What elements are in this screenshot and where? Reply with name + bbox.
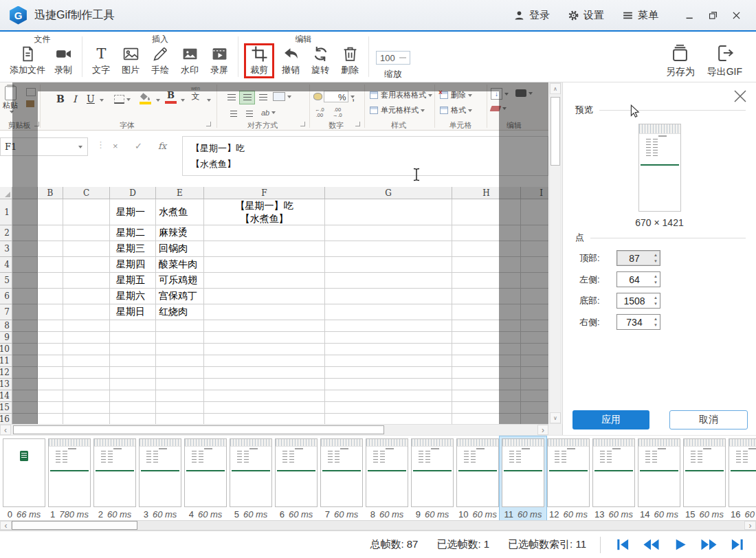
- film-frame-5[interactable]: 560 ms: [230, 438, 272, 520]
- crop-field-input[interactable]: 734: [616, 314, 660, 330]
- toolbar-button-rotate[interactable]: 旋转: [309, 45, 332, 76]
- film-frame-15[interactable]: 1560 ms: [683, 438, 726, 520]
- toolbar-button-undo[interactable]: 撤销: [279, 45, 302, 76]
- toolbar-button-crop[interactable]: 裁剪: [244, 43, 274, 78]
- mini-ribbon: [321, 439, 362, 447]
- login-button[interactable]: 登录: [513, 9, 550, 22]
- crop-field-label: 底部:: [579, 295, 616, 307]
- filmstrip-scrollbar[interactable]: [0, 520, 756, 531]
- settings-button[interactable]: 设置: [568, 9, 604, 22]
- canvas-horizontal-scrollbar[interactable]: [0, 424, 548, 435]
- align-center-icon: [239, 91, 255, 104]
- login-label: 登录: [529, 9, 550, 22]
- mini-ribbon: [729, 439, 756, 447]
- film-frame-9[interactable]: 960 ms: [411, 438, 454, 520]
- column-header: D: [110, 187, 156, 199]
- spin-up-icon[interactable]: [654, 274, 658, 278]
- film-frame-7[interactable]: 760 ms: [320, 438, 363, 520]
- spin-down-icon[interactable]: [654, 302, 658, 306]
- film-frame-6[interactable]: 660 ms: [275, 438, 318, 520]
- cancel-button[interactable]: 取消: [669, 410, 748, 429]
- toolbar-group-label: 编辑: [296, 34, 312, 45]
- grid-cell: [156, 355, 204, 367]
- film-frame-14[interactable]: 1460 ms: [638, 438, 680, 520]
- filmstrip-scroll-thumb[interactable]: [12, 521, 137, 530]
- frame-label: 1660 ms: [729, 509, 756, 520]
- canvas-vertical-scrollbar[interactable]: [549, 82, 562, 424]
- film-frame-8[interactable]: 860 ms: [366, 438, 408, 520]
- grid-cell: [63, 332, 110, 344]
- caret-down-icon: [156, 99, 160, 102]
- mini-sheet-line: [232, 470, 270, 471]
- menu-button[interactable]: 菜单: [622, 9, 658, 22]
- first-frame-button[interactable]: [614, 537, 631, 553]
- grid-cell: 星期二: [110, 225, 156, 241]
- film-frame-11[interactable]: 1160 ms: [502, 438, 544, 520]
- spin-up-icon[interactable]: [654, 317, 658, 321]
- spin-down-icon[interactable]: [654, 280, 658, 284]
- grid-row: 10: [0, 344, 548, 355]
- spin-down-icon[interactable]: [654, 323, 658, 327]
- film-frame-3[interactable]: 360 ms: [139, 438, 181, 520]
- scroll-left-icon[interactable]: [0, 521, 12, 530]
- vertical-scroll-thumb[interactable]: [551, 97, 560, 166]
- spin-up-icon[interactable]: [654, 253, 658, 257]
- film-frame-0[interactable]: 066 ms: [3, 438, 45, 520]
- grid-cell: [156, 390, 204, 402]
- toolbar-button-text[interactable]: T文字: [89, 45, 113, 76]
- play-button[interactable]: [671, 537, 689, 553]
- toolbar-button-delete[interactable]: 删除: [338, 45, 362, 76]
- toolbar-button-draw[interactable]: 手绘: [148, 45, 172, 76]
- toolbar-button-image[interactable]: 图片: [119, 45, 142, 76]
- save-as-button[interactable]: 另存为: [666, 43, 695, 82]
- comma-style-icon: ,: [352, 91, 355, 102]
- crop-field-row: 底部:1508: [563, 290, 756, 311]
- close-button[interactable]: [727, 6, 745, 24]
- previous-frame-button[interactable]: [643, 537, 660, 553]
- maximize-button[interactable]: [704, 6, 722, 24]
- editor-canvas[interactable]: 粘贴 剪贴板 B I U B: [0, 82, 562, 435]
- film-frame-2[interactable]: 260 ms: [93, 438, 136, 520]
- grid-cell: [325, 320, 452, 332]
- grid-cell: [325, 332, 452, 344]
- zoom-input[interactable]: 100: [376, 51, 410, 65]
- last-frame-button[interactable]: [729, 537, 746, 553]
- spin-down-icon[interactable]: [654, 259, 658, 263]
- apply-button[interactable]: 应用: [572, 410, 649, 429]
- film-frame-1[interactable]: 1780 ms: [48, 438, 91, 520]
- film-frame-10[interactable]: 1060 ms: [456, 438, 499, 520]
- mini-sheet-line: [640, 470, 678, 471]
- crop-field-input[interactable]: 1508: [616, 293, 660, 309]
- mini-text-column: [153, 451, 158, 465]
- toolbar-button-add-file[interactable]: 添加文件: [10, 45, 45, 76]
- export-gif-button[interactable]: 导出GIF: [707, 43, 742, 82]
- merge-cells-icon: [273, 92, 291, 101]
- scroll-down-icon[interactable]: [550, 412, 561, 423]
- toolbar-button-watermark[interactable]: 水印: [178, 45, 201, 76]
- crop-field-input[interactable]: 87: [616, 250, 660, 266]
- next-frame-button[interactable]: [700, 537, 718, 553]
- film-frame-4[interactable]: 460 ms: [184, 438, 227, 520]
- mini-sheet-line: [322, 470, 361, 471]
- scroll-right-icon[interactable]: [744, 521, 756, 530]
- minimize-button[interactable]: [680, 6, 698, 24]
- film-frame-16[interactable]: 1660 ms: [729, 438, 756, 520]
- film-frame-12[interactable]: 1260 ms: [547, 438, 590, 520]
- toolbar-button-screen-record[interactable]: 录屏: [208, 45, 231, 76]
- grid-cell: [63, 414, 110, 424]
- scroll-right-icon[interactable]: [537, 425, 548, 435]
- scroll-left-icon[interactable]: [0, 425, 11, 435]
- toolbar-button-record[interactable]: 录制: [52, 45, 75, 76]
- frame-index: 3: [144, 509, 148, 520]
- format-cells-label: 格式: [451, 105, 466, 115]
- horizontal-scroll-thumb[interactable]: [13, 425, 384, 434]
- crop-field-input[interactable]: 64: [616, 271, 660, 287]
- selected-frame-index-readout: 已选帧数索引: 11: [508, 538, 586, 551]
- mini-title-line: [68, 448, 76, 449]
- spin-up-icon[interactable]: [654, 295, 658, 300]
- panel-close-icon[interactable]: [732, 88, 748, 104]
- toolbar-group-label: 插入: [152, 34, 168, 45]
- scroll-up-icon[interactable]: [550, 83, 561, 94]
- total-frames-readout: 总帧数: 87: [370, 538, 418, 551]
- film-frame-13[interactable]: 1360 ms: [592, 438, 635, 520]
